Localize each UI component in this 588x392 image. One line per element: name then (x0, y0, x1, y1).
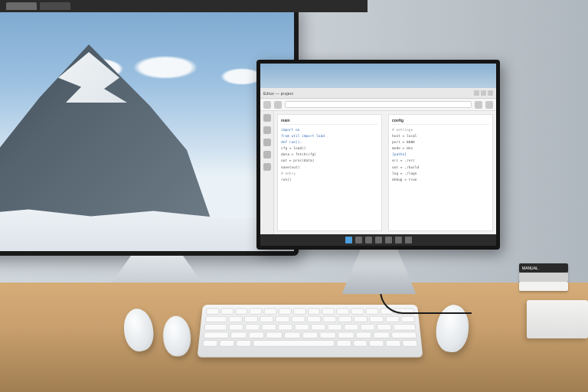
key[interactable] (220, 309, 234, 315)
left-pane[interactable]: main import os from util import load def… (277, 114, 382, 231)
key[interactable] (360, 324, 375, 331)
key[interactable] (291, 316, 305, 322)
key[interactable] (206, 309, 220, 315)
shift-key[interactable] (203, 332, 229, 338)
key[interactable] (400, 316, 415, 322)
code-line: host = local (392, 133, 489, 139)
box-stack (527, 300, 588, 338)
space-key[interactable] (252, 340, 335, 347)
code-line: debug = true (392, 177, 489, 183)
cmd-key[interactable] (336, 340, 351, 347)
key[interactable] (355, 332, 372, 338)
key[interactable] (248, 332, 265, 338)
taskbar-app-icon[interactable] (365, 237, 372, 243)
arrow-key[interactable] (386, 340, 401, 347)
key[interactable] (244, 316, 259, 322)
code-line: # entry (281, 171, 378, 177)
key[interactable] (276, 316, 290, 322)
arrow-key[interactable] (369, 340, 384, 347)
taskbar-app-icon[interactable] (355, 237, 362, 243)
key[interactable] (365, 309, 378, 315)
browser-tab[interactable] (6, 2, 37, 10)
more-icon[interactable] (485, 101, 493, 109)
taskbar-app-icon[interactable] (395, 237, 402, 243)
key[interactable] (338, 316, 352, 322)
key[interactable] (308, 309, 321, 315)
key[interactable] (369, 316, 384, 322)
key[interactable] (266, 332, 283, 338)
browser-tab[interactable] (40, 2, 70, 10)
key[interactable] (385, 316, 400, 322)
code-line: out = ./build (392, 165, 489, 171)
code-line: save(out) (281, 165, 378, 171)
back-icon[interactable] (263, 101, 271, 109)
book-spine: MANUAL (519, 263, 568, 273)
extensions-icon[interactable] (263, 163, 271, 171)
key[interactable] (278, 324, 293, 331)
key[interactable] (295, 324, 309, 331)
key[interactable] (250, 309, 263, 315)
arrow-key[interactable] (402, 340, 417, 347)
key[interactable] (279, 309, 292, 315)
key[interactable] (230, 332, 247, 338)
minimize-button[interactable] (474, 90, 479, 96)
close-button[interactable] (488, 90, 493, 96)
key[interactable] (293, 309, 306, 315)
key[interactable] (354, 316, 368, 322)
right-pane[interactable]: config # settings host = local port = 80… (388, 114, 493, 231)
key[interactable] (344, 324, 359, 331)
key[interactable] (235, 309, 248, 315)
key[interactable] (261, 324, 276, 331)
cmd-key[interactable] (236, 340, 251, 347)
keyboard[interactable] (198, 305, 423, 358)
maximize-button[interactable] (481, 90, 486, 96)
key[interactable] (336, 309, 349, 315)
key[interactable] (322, 309, 335, 315)
search-icon[interactable] (263, 126, 271, 134)
desk-scene: Editor — project (0, 0, 588, 392)
tab-key[interactable] (205, 316, 227, 322)
code-editor-window: Editor — project (260, 88, 496, 246)
search-input[interactable] (285, 101, 472, 108)
key[interactable] (320, 332, 336, 338)
key[interactable] (260, 316, 274, 322)
debug-icon[interactable] (263, 151, 271, 158)
enter-key[interactable] (393, 324, 416, 331)
key[interactable] (338, 332, 354, 338)
key[interactable] (311, 324, 325, 331)
taskbar-app-icon[interactable] (405, 237, 412, 243)
git-icon[interactable] (263, 139, 271, 146)
key[interactable] (245, 324, 260, 331)
right-monitor: Editor — project (256, 60, 500, 250)
key[interactable] (228, 324, 243, 331)
settings-icon[interactable] (475, 101, 482, 109)
key[interactable] (284, 332, 300, 338)
key[interactable] (327, 324, 342, 331)
key[interactable] (374, 332, 390, 338)
taskbar-app-icon[interactable] (375, 237, 382, 243)
activity-bar (260, 111, 274, 234)
key[interactable] (322, 316, 337, 322)
ctrl-key[interactable] (202, 340, 217, 347)
left-pane-tab[interactable]: main (281, 118, 378, 125)
key[interactable] (264, 309, 277, 315)
key[interactable] (307, 316, 321, 322)
key[interactable] (302, 332, 318, 338)
code-line: import os (281, 127, 378, 133)
start-button[interactable] (345, 237, 352, 243)
key[interactable] (377, 324, 392, 331)
alt-key[interactable] (352, 340, 368, 347)
key[interactable] (351, 309, 364, 315)
shift-key[interactable] (391, 332, 417, 338)
window-titlebar[interactable]: Editor — project (260, 88, 496, 99)
forward-icon[interactable] (274, 101, 282, 109)
code-line: run() (281, 177, 378, 183)
caps-key[interactable] (204, 324, 227, 331)
taskbar-app-icon[interactable] (385, 237, 392, 243)
key[interactable] (228, 316, 243, 322)
alt-key[interactable] (219, 340, 234, 347)
editor-toolbar (260, 99, 496, 111)
right-pane-tab[interactable]: config (392, 118, 489, 125)
code-line: # settings (392, 127, 489, 133)
files-icon[interactable] (263, 114, 271, 122)
